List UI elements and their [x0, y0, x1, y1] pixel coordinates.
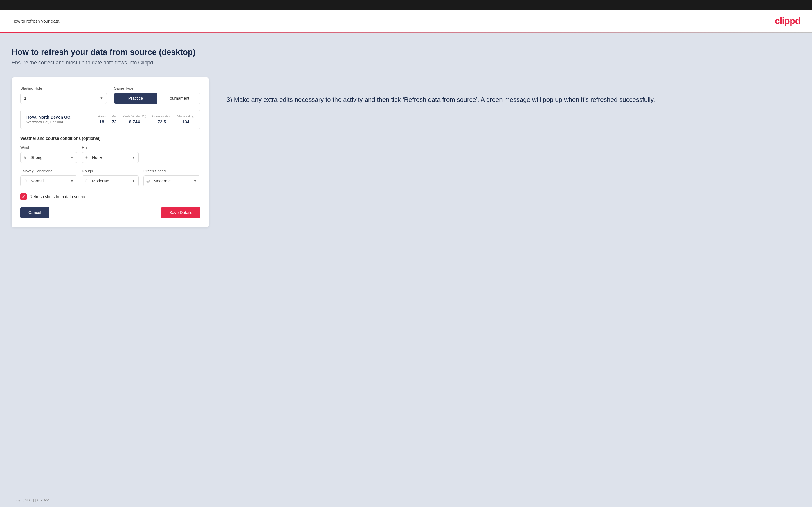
green-speed-label: Green Speed [143, 169, 200, 173]
green-speed-select-wrapper: ◎ Moderate Slow Fast ▼ [143, 175, 200, 186]
rough-select[interactable]: Moderate Light Heavy [82, 175, 139, 186]
slope-rating-value: 134 [177, 119, 194, 124]
rough-label: Rough [82, 169, 139, 173]
tournament-button[interactable]: Tournament [157, 93, 200, 104]
yards-stat: Yards/White (M)) 6,744 [122, 115, 146, 124]
holes-value: 18 [98, 119, 106, 124]
wind-select-wrapper: ≋ Strong Light None ▼ [20, 152, 77, 163]
save-button[interactable]: Save Details [161, 207, 200, 218]
rough-select-wrapper: ⚇ Moderate Light Heavy ▼ [82, 175, 139, 186]
form-card: Starting Hole 1 10 ▼ Game Type Practice … [12, 77, 209, 227]
cancel-button[interactable]: Cancel [20, 207, 49, 218]
page-heading: How to refresh your data from source (de… [12, 48, 800, 57]
par-label: Par [112, 115, 117, 118]
starting-hole-gametype-row: Starting Hole 1 10 ▼ Game Type Practice … [20, 86, 200, 104]
instruction-text: 3) Make any extra edits necessary to the… [226, 95, 800, 104]
content-row: Starting Hole 1 10 ▼ Game Type Practice … [12, 77, 800, 227]
course-name-col: Royal North Devon GC, Westward Ho!, Engl… [27, 115, 92, 124]
rain-select-wrapper: ✦ None Light Heavy ▼ [82, 152, 139, 163]
yards-value: 6,744 [122, 119, 146, 124]
rough-group: Rough ⚇ Moderate Light Heavy ▼ [82, 169, 139, 186]
wind-rain-row: Wind ≋ Strong Light None ▼ Rain [20, 145, 200, 163]
rain-group: Rain ✦ None Light Heavy ▼ [82, 145, 139, 163]
fairway-rough-green-row: Fairway Conditions ⚇ Normal Soft Hard ▼ [20, 169, 200, 186]
green-speed-group: Green Speed ◎ Moderate Slow Fast ▼ [143, 169, 200, 186]
course-rating-label: Course rating [152, 115, 171, 118]
fairway-select[interactable]: Normal Soft Hard [20, 175, 77, 186]
course-rating-value: 72.5 [152, 119, 171, 124]
par-value: 72 [112, 119, 117, 124]
starting-hole-label: Starting Hole [20, 86, 107, 91]
fairway-group: Fairway Conditions ⚇ Normal Soft Hard ▼ [20, 169, 77, 186]
main-content: How to refresh your data from source (de… [0, 33, 812, 492]
refresh-checkbox-row[interactable]: ✓ Refresh shots from data source [20, 193, 200, 200]
refresh-label: Refresh shots from data source [30, 194, 86, 199]
refresh-checkbox[interactable]: ✓ [20, 193, 27, 200]
practice-button[interactable]: Practice [114, 93, 157, 104]
rain-select[interactable]: None Light Heavy [82, 152, 139, 163]
footer: Copyright Clippd 2022 [0, 492, 812, 507]
slope-rating-label: Slope rating [177, 115, 194, 118]
page-subheading: Ensure the correct and most up to date d… [12, 60, 800, 66]
game-type-toggle: Practice Tournament [114, 93, 200, 104]
course-info-box: Royal North Devon GC, Westward Ho!, Engl… [20, 110, 200, 129]
green-speed-select[interactable]: Moderate Slow Fast [143, 175, 200, 186]
course-location: Westward Ho!, England [27, 120, 92, 124]
rain-label: Rain [82, 145, 139, 150]
yards-label: Yards/White (M)) [122, 115, 146, 118]
wind-group: Wind ≋ Strong Light None ▼ [20, 145, 77, 163]
slope-rating-stat: Slope rating 134 [177, 115, 194, 124]
weather-section-title: Weather and course conditions (optional) [20, 136, 200, 141]
game-type-group: Game Type Practice Tournament [114, 86, 200, 104]
starting-hole-group: Starting Hole 1 10 ▼ [20, 86, 107, 104]
holes-stat: Holes 18 [98, 115, 106, 124]
starting-hole-select-wrapper: 1 10 ▼ [20, 93, 107, 104]
holes-label: Holes [98, 115, 106, 118]
weather-section: Weather and course conditions (optional)… [20, 136, 200, 186]
wind-select[interactable]: Strong Light None [20, 152, 77, 163]
top-bar [0, 0, 812, 10]
course-name: Royal North Devon GC, [27, 115, 92, 119]
header: How to refresh your data clippd [0, 10, 812, 32]
fairway-select-wrapper: ⚇ Normal Soft Hard ▼ [20, 175, 77, 186]
logo: clippd [775, 16, 800, 26]
checkmark-icon: ✓ [22, 194, 25, 199]
footer-copyright: Copyright Clippd 2022 [12, 498, 49, 502]
starting-hole-select[interactable]: 1 10 [20, 93, 107, 104]
wind-label: Wind [20, 145, 77, 150]
instruction-panel: 3) Make any extra edits necessary to the… [226, 77, 800, 104]
par-stat: Par 72 [112, 115, 117, 124]
header-title: How to refresh your data [12, 18, 59, 23]
buttons-row: Cancel Save Details [20, 207, 200, 218]
game-type-label: Game Type [114, 86, 200, 91]
course-rating-stat: Course rating 72.5 [152, 115, 171, 124]
fairway-label: Fairway Conditions [20, 169, 77, 173]
